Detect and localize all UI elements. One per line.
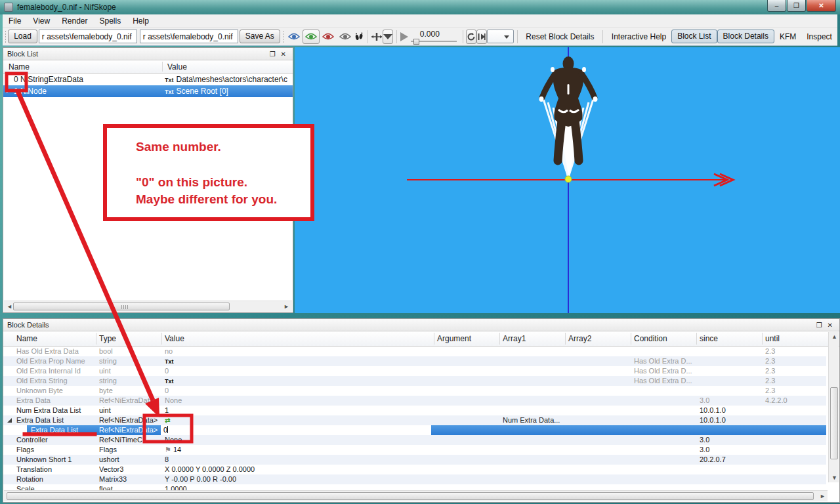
close-panel-icon[interactable]: ✕: [278, 51, 289, 58]
footprints-icon[interactable]: [354, 30, 364, 44]
block-details-row[interactable]: RotationMatrix33Y -0.00 P 0.00 R -0.00: [3, 474, 826, 484]
chevron-down-icon: [504, 35, 509, 39]
close-panel-icon[interactable]: ✕: [825, 322, 835, 329]
scroll-up-icon[interactable]: ▲: [831, 333, 837, 340]
block-details-row[interactable]: Old Extra Internal Iduint0Has Old Extra …: [3, 366, 826, 376]
cell-name: Extra Data List: [31, 426, 110, 434]
block-list-row[interactable]: 0 NiStringExtraDataTxtData\meshes\actors…: [3, 74, 293, 85]
block-details-header: NameTypeValueArgumentArray1Array2Conditi…: [3, 331, 839, 346]
scroll-down-icon[interactable]: ▼: [831, 474, 837, 481]
block-details-row[interactable]: Old Extra Prop NamestringTxtHas Old Extr…: [3, 356, 826, 366]
expand-arrow-icon[interactable]: [7, 418, 12, 423]
window-title: femalebody_0.nif - NifSkope: [17, 3, 116, 12]
menu-item-view[interactable]: View: [27, 15, 56, 27]
block-details-row[interactable]: TranslationVector3X 0.0000 Y 0.0000 Z 0.…: [3, 465, 826, 474]
scrollbar-thumb[interactable]: [830, 387, 838, 459]
cell-since: 3.0: [700, 396, 762, 404]
eye-gray-icon[interactable]: [337, 30, 354, 44]
block-list-row[interactable]: 1 NiNodeTxtScene Root [0]: [3, 85, 293, 97]
eye-red-icon[interactable]: [320, 30, 337, 44]
block-details-row[interactable]: Extra Data ListRef<NiExtraData>⇄Num Extr…: [3, 415, 826, 425]
menu-item-file[interactable]: File: [3, 15, 27, 27]
time-slider[interactable]: [411, 39, 457, 44]
load-path-input[interactable]: [39, 30, 137, 43]
cell-value: Y -0.00 P 0.00 R -0.00: [165, 475, 381, 483]
block-details-row[interactable]: Extra DataRef<NiExtraData>None3.04.2.2.0: [3, 396, 826, 406]
value-edit-input[interactable]: 0: [161, 425, 431, 435]
frames-button[interactable]: [476, 30, 487, 44]
axis-widget-icon[interactable]: [371, 30, 383, 44]
loop-animation-button[interactable]: [466, 30, 476, 44]
restore-button[interactable]: ❐: [787, 0, 806, 12]
column-header-type[interactable]: Type: [99, 331, 116, 343]
scroll-right-icon[interactable]: ►: [820, 493, 826, 499]
menu-item-help[interactable]: Help: [127, 15, 155, 27]
inspect-button[interactable]: Inspect: [801, 32, 837, 41]
column-header-argument[interactable]: Argument: [437, 331, 471, 343]
block-details-toggle-button[interactable]: Block Details: [717, 30, 774, 43]
column-header-value[interactable]: Value: [165, 331, 184, 343]
cell-since: 10.0.1.0: [700, 416, 762, 424]
column-header-name[interactable]: Name: [16, 331, 37, 343]
block-details-row[interactable]: Unknown Bytebyte02.3: [3, 386, 826, 396]
eye-green-icon[interactable]: [303, 30, 320, 44]
block-details-row[interactable]: Num Extra Data Listuint110.0.1.0: [3, 406, 826, 415]
menu-item-render[interactable]: Render: [56, 15, 93, 27]
scroll-right-icon[interactable]: ►: [284, 303, 289, 310]
interactive-help-button[interactable]: Interactive Help: [606, 32, 671, 41]
float-panel-icon[interactable]: ❐: [267, 51, 278, 58]
play-button[interactable]: [400, 30, 408, 44]
column-header-array1[interactable]: Array1: [503, 331, 526, 343]
reset-block-details-button[interactable]: Reset Block Details: [520, 32, 599, 41]
block-list-hscrollbar[interactable]: ◄ ►: [4, 301, 292, 312]
block-details-row[interactable]: FlagsFlags⚑143.0: [3, 445, 826, 455]
block-details-vscrollbar[interactable]: ▲ ▼: [828, 332, 839, 482]
cell-condition: Has Old Extra D...: [634, 357, 696, 365]
close-button[interactable]: ✕: [807, 0, 836, 12]
toolbar-drag-handle[interactable]: [5, 30, 6, 43]
eye-blue-icon[interactable]: [285, 30, 303, 44]
column-header-value[interactable]: Value: [167, 60, 187, 72]
cell-since: 20.2.0.7: [700, 455, 762, 463]
save-path-input[interactable]: [140, 30, 238, 43]
animation-select[interactable]: [487, 30, 514, 43]
cell-name: Rotation: [16, 475, 95, 483]
slider-thumb[interactable]: [413, 39, 419, 45]
column-header-until[interactable]: until: [765, 331, 780, 343]
block-details-hscrollbar[interactable]: ►: [4, 490, 828, 501]
block-details-row[interactable]: Unknown Short 1ushort820.2.0.7: [3, 455, 826, 465]
column-header-array2[interactable]: Array2: [568, 331, 591, 343]
cell-name: Extra Data List: [16, 416, 95, 424]
block-details-title: Block Details: [7, 321, 49, 329]
toolbar-drag-handle[interactable]: [282, 30, 284, 43]
block-value: TxtScene Root [0]: [165, 87, 291, 96]
block-details-row[interactable]: Extra Data ListRef<NiExtraData>0: [3, 425, 826, 435]
save-as-button[interactable]: Save As: [240, 30, 280, 43]
block-details-row[interactable]: ControllerRef<NiTimeC...None3.0: [3, 435, 826, 445]
cell-type: string: [99, 377, 163, 385]
scrollbar-thumb[interactable]: [7, 492, 814, 500]
menu-item-spells[interactable]: Spells: [94, 15, 127, 27]
cell-value: Txt: [165, 357, 381, 365]
block-value: TxtData\meshes\actors\character\c: [165, 75, 291, 84]
cell-until: 2.3: [765, 387, 824, 394]
block-details-row[interactable]: Has Old Extra Databoolno2.3: [3, 346, 826, 356]
column-header-condition[interactable]: Condition: [634, 331, 667, 343]
cell-name: Extra Data: [16, 396, 95, 404]
scrollbar-thumb[interactable]: [13, 303, 230, 310]
view-dropdown-button[interactable]: [383, 30, 393, 44]
block-list-toggle-button[interactable]: Block List: [671, 30, 717, 43]
expand-arrow-icon[interactable]: [7, 88, 10, 93]
kfm-button[interactable]: KFM: [774, 32, 801, 41]
block-details-row[interactable]: Old Extra StringstringTxtHas Old Extra D…: [3, 376, 826, 386]
cell-type: Ref<NiTimeC...: [99, 436, 163, 444]
scroll-left-icon[interactable]: ◄: [7, 303, 12, 310]
load-button[interactable]: Load: [8, 30, 37, 43]
viewport-3d[interactable]: [295, 47, 840, 313]
cell-type: Vector3: [99, 465, 163, 473]
column-header-name[interactable]: Name: [9, 60, 30, 72]
minimize-button[interactable]: –: [767, 0, 786, 12]
column-header-since[interactable]: since: [700, 331, 718, 343]
float-panel-icon[interactable]: ❐: [814, 322, 825, 329]
window-titlebar[interactable]: femalebody_0.nif - NifSkope – ❐ ✕: [0, 0, 840, 14]
